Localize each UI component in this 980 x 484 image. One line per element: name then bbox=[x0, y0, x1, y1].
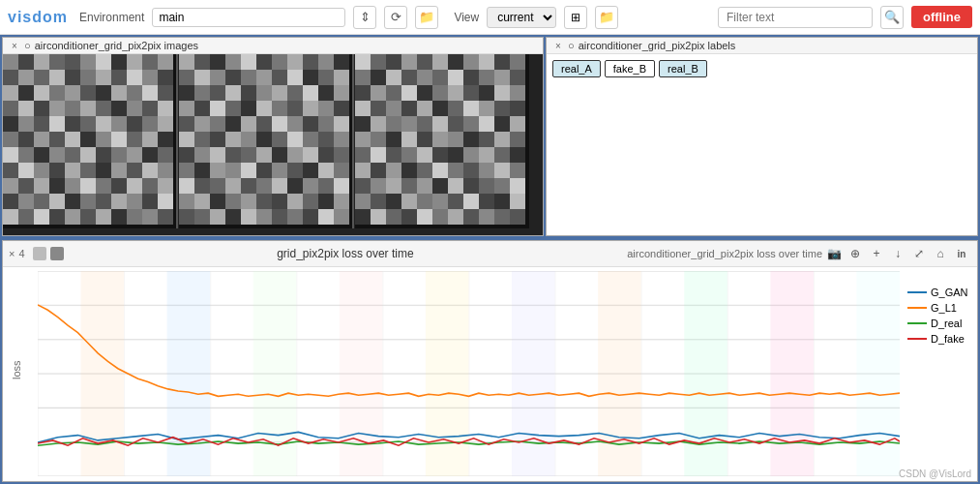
svg-rect-278 bbox=[355, 101, 371, 116]
svg-rect-132 bbox=[303, 54, 318, 70]
svg-rect-181 bbox=[210, 132, 225, 147]
svg-rect-93 bbox=[34, 178, 49, 194]
folder2-button[interactable]: 📁 bbox=[595, 6, 618, 29]
svg-rect-143 bbox=[303, 70, 318, 85]
svg-rect-14 bbox=[3, 70, 18, 85]
svg-rect-178 bbox=[334, 116, 349, 132]
svg-rect-161 bbox=[241, 101, 256, 116]
filter-input[interactable] bbox=[718, 7, 873, 28]
svg-rect-53 bbox=[96, 116, 111, 132]
refresh-button[interactable]: ⟳ bbox=[384, 6, 407, 29]
svg-rect-7 bbox=[65, 54, 80, 70]
svg-rect-5 bbox=[34, 54, 49, 70]
label-tag-real-b[interactable]: real_B bbox=[659, 60, 707, 77]
svg-rect-282 bbox=[417, 101, 432, 116]
svg-rect-30 bbox=[80, 85, 96, 101]
svg-rect-65 bbox=[111, 132, 127, 147]
svg-rect-323 bbox=[371, 163, 386, 178]
resize-icon-button[interactable]: ⇕ bbox=[353, 6, 376, 29]
svg-rect-39 bbox=[49, 101, 65, 116]
svg-rect-244 bbox=[334, 209, 349, 225]
svg-rect-216 bbox=[241, 178, 256, 194]
svg-rect-269 bbox=[386, 85, 401, 101]
svg-rect-91 bbox=[3, 178, 18, 194]
svg-rect-330 bbox=[479, 163, 494, 178]
legend-d-fake-line bbox=[907, 338, 927, 340]
x-axis-label: epoch bbox=[38, 481, 900, 482]
svg-rect-364 bbox=[494, 209, 510, 225]
label-tag-fake-b[interactable]: fake_B bbox=[605, 60, 655, 77]
legend-g-gan: G_GAN bbox=[907, 287, 969, 298]
labels-panel: × ○ airconditioner_grid_pix2pix labels r… bbox=[546, 37, 978, 236]
svg-rect-230 bbox=[287, 194, 303, 209]
svg-rect-111 bbox=[142, 194, 158, 209]
svg-rect-33 bbox=[127, 85, 142, 101]
svg-rect-219 bbox=[287, 178, 303, 194]
svg-rect-316 bbox=[432, 147, 448, 163]
svg-rect-128 bbox=[241, 54, 256, 70]
svg-rect-187 bbox=[303, 132, 318, 147]
chart-body: loss bbox=[3, 267, 977, 480]
svg-rect-191 bbox=[194, 147, 210, 163]
svg-rect-343 bbox=[510, 178, 525, 194]
svg-rect-361 bbox=[448, 209, 463, 225]
svg-rect-71 bbox=[34, 147, 49, 163]
svg-rect-46 bbox=[158, 101, 173, 116]
download-button[interactable]: ↓ bbox=[888, 244, 907, 263]
svg-rect-180 bbox=[194, 132, 210, 147]
camera-button[interactable]: 📷 bbox=[824, 244, 844, 263]
svg-rect-95 bbox=[65, 178, 80, 194]
label-tag-real-a[interactable]: real_A bbox=[552, 60, 601, 77]
svg-rect-69 bbox=[3, 147, 18, 163]
labels-panel-close[interactable]: × bbox=[552, 40, 564, 51]
svg-rect-294 bbox=[432, 116, 448, 132]
svg-rect-274 bbox=[463, 85, 479, 101]
home-button[interactable]: ⌂ bbox=[931, 244, 950, 263]
svg-rect-89 bbox=[142, 163, 158, 178]
image-panel-pin: ○ bbox=[24, 40, 31, 51]
svg-rect-16 bbox=[34, 70, 49, 85]
view-select[interactable]: current bbox=[487, 7, 556, 28]
svg-rect-398 bbox=[340, 271, 383, 476]
svg-rect-43 bbox=[111, 101, 127, 116]
svg-rect-136 bbox=[194, 70, 210, 85]
labels-panel-pin: ○ bbox=[568, 40, 575, 51]
svg-rect-182 bbox=[225, 132, 241, 147]
grid-view-button[interactable]: ⊞ bbox=[564, 6, 587, 29]
svg-rect-185 bbox=[272, 132, 287, 147]
svg-rect-31 bbox=[96, 85, 111, 101]
svg-rect-265 bbox=[494, 70, 510, 85]
image-panel-close[interactable]: × bbox=[9, 40, 20, 51]
svg-rect-138 bbox=[225, 70, 241, 85]
filter-search-button[interactable]: 🔍 bbox=[880, 6, 904, 29]
folder-button[interactable]: 📁 bbox=[415, 6, 438, 29]
svg-rect-88 bbox=[127, 163, 142, 178]
svg-rect-188 bbox=[318, 132, 334, 147]
svg-rect-189 bbox=[334, 132, 349, 147]
zoom-in-button[interactable]: ⊕ bbox=[846, 244, 865, 263]
svg-rect-23 bbox=[142, 70, 158, 85]
svg-rect-300 bbox=[355, 132, 371, 147]
svg-rect-90 bbox=[158, 163, 173, 178]
legend-g-l1-line bbox=[907, 307, 927, 309]
environment-input[interactable] bbox=[152, 8, 345, 27]
linkedin-button[interactable]: in bbox=[952, 244, 971, 263]
svg-rect-13 bbox=[158, 54, 173, 70]
svg-rect-144 bbox=[318, 70, 334, 85]
svg-rect-200 bbox=[334, 147, 349, 163]
resize-chart-button[interactable]: ⤢ bbox=[909, 244, 929, 263]
svg-rect-346 bbox=[386, 194, 401, 209]
svg-rect-307 bbox=[463, 132, 479, 147]
svg-rect-251 bbox=[448, 54, 463, 70]
svg-rect-253 bbox=[479, 54, 494, 70]
top-row: × ○ airconditioner_grid_pix2pix images bbox=[0, 35, 980, 238]
svg-rect-28 bbox=[49, 85, 65, 101]
svg-rect-239 bbox=[256, 209, 272, 225]
offline-button[interactable]: offline bbox=[911, 6, 972, 28]
svg-rect-100 bbox=[142, 178, 158, 194]
svg-rect-283 bbox=[432, 101, 448, 116]
add-button[interactable]: + bbox=[867, 244, 886, 263]
svg-rect-168 bbox=[179, 116, 194, 132]
svg-rect-277 bbox=[510, 85, 525, 101]
svg-rect-98 bbox=[111, 178, 127, 194]
